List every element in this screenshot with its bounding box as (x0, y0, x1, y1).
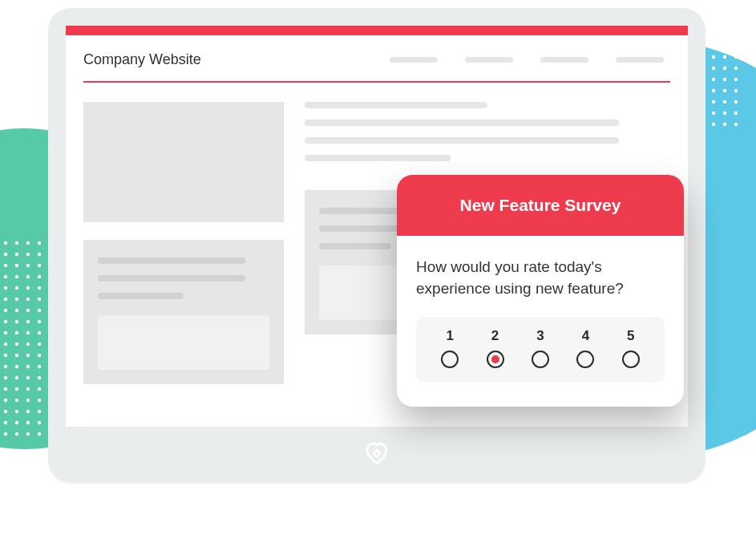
rating-label: 2 (491, 328, 499, 344)
rating-label: 3 (536, 328, 544, 344)
rating-scale: 1 2 3 4 5 (416, 317, 665, 383)
survey-popup: New Feature Survey How would you rate to… (397, 175, 684, 407)
radio-icon (441, 351, 459, 368)
card-body-placeholder (98, 315, 269, 370)
monitor-logo-icon (361, 438, 393, 473)
radio-icon (576, 351, 594, 368)
rating-option-2[interactable]: 2 (487, 328, 504, 368)
top-accent-bar (66, 26, 688, 35)
nav-item-placeholder[interactable] (465, 57, 513, 63)
site-header: Company Website (66, 35, 688, 81)
nav-item-placeholder[interactable] (390, 57, 438, 63)
text-placeholder (98, 257, 245, 264)
text-placeholder (305, 137, 619, 144)
radio-icon (532, 351, 549, 368)
radio-icon (487, 351, 504, 368)
rating-option-4[interactable]: 4 (576, 328, 594, 368)
radio-icon (622, 351, 640, 368)
text-placeholder (305, 102, 487, 108)
survey-question: How would you rate today's experience us… (416, 257, 665, 299)
content-card (83, 240, 284, 384)
survey-body: How would you rate today's experience us… (397, 236, 684, 407)
hero-image-placeholder (83, 102, 284, 222)
rating-label: 5 (627, 328, 634, 344)
text-placeholder (319, 243, 391, 249)
text-placeholder (305, 120, 619, 126)
text-placeholder (98, 275, 245, 282)
rating-option-3[interactable]: 3 (532, 328, 549, 368)
site-title: Company Website (83, 51, 201, 68)
nav-item-placeholder[interactable] (616, 57, 664, 63)
rating-option-5[interactable]: 5 (622, 328, 640, 368)
nav-item-placeholder[interactable] (540, 57, 588, 63)
text-placeholder (305, 155, 451, 161)
survey-title: New Feature Survey (397, 175, 684, 236)
text-placeholder (98, 293, 184, 299)
rating-option-1[interactable]: 1 (441, 328, 459, 368)
rating-label: 4 (582, 328, 589, 344)
nav (390, 57, 664, 63)
rating-label: 1 (446, 328, 453, 344)
text-block (305, 102, 670, 172)
